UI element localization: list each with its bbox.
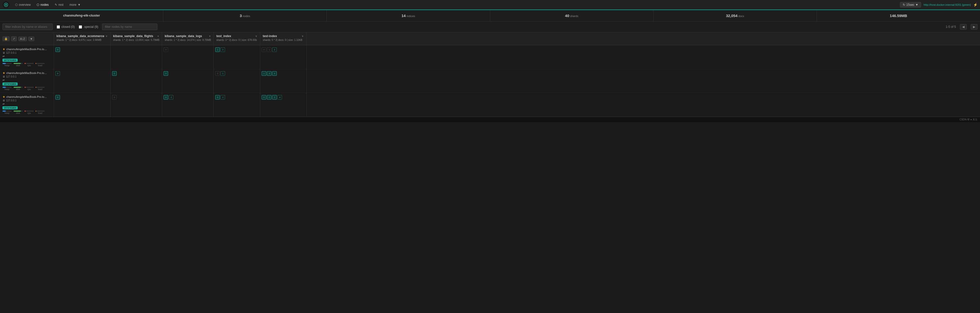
node-master-star: ★ (3, 95, 5, 99)
sort-arrow-icon: ▼ (255, 35, 258, 38)
shard-box[interactable]: 2 (169, 95, 173, 100)
shard-box[interactable]: 0 (112, 71, 117, 76)
shard-box[interactable]: 4 (277, 95, 282, 100)
sort-button[interactable]: A↕Z (18, 37, 27, 41)
special-checkbox[interactable] (79, 25, 82, 29)
lightning-icon[interactable]: ⚡ (973, 3, 977, 7)
col-header-ecommerce[interactable]: kibana_sample_data_ecommerce ▼ shards: 1… (54, 32, 110, 45)
stat-size: 146.59MB (817, 10, 980, 21)
index-column-test-index2: test-index ▼ shards: 5 * 2| docs: 0 | si… (260, 32, 307, 117)
stat-indices: 14 indices (327, 10, 490, 21)
shard-box[interactable]: 0 (56, 95, 60, 100)
filter-button[interactable]: ▼ (29, 37, 35, 41)
node-id-badge: 1073741824 (3, 106, 18, 110)
shard-cell: 0 (54, 69, 110, 93)
stat-nodes: 3 nodes (163, 10, 327, 21)
filter-bar: closed (0) .special (9) 1-5 of 5 ◀ ▶ (0, 22, 980, 32)
sort-arrow-icon: ▼ (301, 35, 304, 38)
nav-nodes[interactable]: ⬡ nodes (34, 2, 51, 8)
node-icon-sym: ⇄ (3, 79, 5, 81)
node-master-star: ★ (3, 48, 5, 51)
shard-cell: 1 3 4 (260, 69, 306, 93)
shard-box[interactable]: 0 (164, 48, 168, 52)
shard-cell (111, 45, 162, 69)
special-checkbox-label[interactable]: .special (9) (79, 25, 99, 29)
node-row: ★ chanmufengdeMacBook-Pro.loc... 🖥 127.0… (0, 69, 54, 93)
shard-cell: 0 (54, 45, 110, 69)
shard-box[interactable]: 2 (272, 48, 277, 52)
cluster-url[interactable]: http://host.docker.internal:9201 [green] (924, 3, 971, 6)
nav-rest[interactable]: ✎ rest (52, 2, 66, 8)
empty-column (307, 32, 980, 117)
shard-box[interactable]: 1 (267, 48, 272, 52)
nav-overview[interactable]: ⬡ overview (13, 2, 33, 8)
metric-heap: heap (3, 63, 11, 67)
shard-box[interactable]: 0 (56, 71, 60, 76)
shard-box[interactable]: 2 (221, 95, 225, 100)
shard-box[interactable]: 0 (164, 71, 168, 76)
shard-box[interactable]: 0 (164, 95, 168, 100)
shard-box[interactable]: 0 (56, 48, 60, 52)
expand-button[interactable]: ⤢ (11, 37, 17, 41)
svg-point-1 (5, 4, 6, 5)
pagination-prev[interactable]: ◀ (960, 24, 967, 30)
index-column-test-index: test_index ▼ shards: 3 * 2| docs: 0 | si… (214, 32, 260, 117)
pagination-info: 1-5 of 5 (946, 25, 956, 29)
closed-checkbox-label[interactable]: closed (0) (57, 25, 75, 29)
indices-section: kibana_sample_data_ecommerce ▼ shards: 1… (54, 32, 980, 117)
refresh-button[interactable]: ↻ 15sec ▼ (900, 2, 921, 8)
shard-cell: 0 2 (214, 93, 260, 117)
filter-nodes-input[interactable] (102, 24, 158, 30)
lock-button[interactable]: 🔒 (3, 37, 10, 41)
shard-box[interactable]: 0 (215, 95, 220, 100)
nav-more[interactable]: more ▼ (67, 2, 83, 8)
shard-box[interactable]: 3 (267, 71, 272, 76)
shard-box[interactable]: 0 (112, 95, 117, 100)
stat-shards: 40 shards (490, 10, 654, 21)
metric-cpu: cpu (25, 63, 33, 67)
filter-indices-input[interactable] (3, 24, 52, 30)
sort-arrow-icon: ▼ (208, 35, 211, 38)
node-master-star: ★ (3, 71, 5, 75)
node-disk-icon: 🖥 (3, 51, 5, 54)
shard-box[interactable]: 1 (262, 71, 266, 76)
shard-box[interactable]: 0 (262, 48, 266, 52)
metric-disk: disk (14, 111, 22, 114)
col-header-test-index[interactable]: test_index ▼ shards: 3 * 2| docs: 0 | si… (214, 32, 260, 45)
rest-icon: ✎ (55, 3, 57, 6)
closed-checkbox[interactable] (57, 25, 60, 29)
node-icon-sym: ⇄ (3, 103, 5, 105)
nodes-section: 🔒 ⤢ A↕Z ▼ ★ chanmufengdeMacBook-Pro.loc.… (0, 32, 54, 117)
metric-load: load (36, 111, 45, 114)
refresh-dropdown-icon: ▼ (915, 3, 918, 6)
shard-cell: 0 2 3 4 (260, 93, 306, 117)
shard-box[interactable]: 2 (267, 95, 272, 100)
shard-box[interactable]: 0 (262, 95, 266, 100)
more-dropdown-icon: ▼ (78, 3, 81, 6)
pagination-next[interactable]: ▶ (971, 24, 977, 30)
shard-cell: 0 (162, 45, 213, 69)
shard-box[interactable]: 4 (272, 71, 277, 76)
index-column-logs: kibana_sample_data_logs ▼ shards: 1 * 2|… (162, 32, 214, 117)
shard-box[interactable]: 2 (221, 48, 225, 52)
shard-cell: 0 2 (162, 93, 213, 117)
shard-box[interactable]: 1 (215, 48, 220, 52)
app-logo[interactable] (3, 1, 10, 8)
col-header-test-index2[interactable]: test-index ▼ shards: 5 * 2| docs: 0 | si… (260, 32, 306, 45)
shard-box[interactable]: 0 (215, 71, 220, 76)
shard-cell: 0 (54, 93, 110, 117)
node-id-badge: 1073741824 (3, 83, 18, 86)
shard-box[interactable]: 3 (272, 95, 277, 100)
index-column-ecommerce: kibana_sample_data_ecommerce ▼ shards: 1… (54, 32, 111, 117)
col-header-flights[interactable]: kibana_sample_data_flights ▼ shards: 1 *… (111, 32, 162, 45)
metric-disk: disk (14, 63, 22, 67)
empty-col-header (307, 32, 980, 45)
metric-disk: disk (14, 87, 22, 91)
col-header-logs[interactable]: kibana_sample_data_logs ▼ shards: 1 * 2|… (162, 32, 213, 45)
shard-box[interactable]: 1 (221, 71, 225, 76)
overview-icon: ⬡ (15, 3, 18, 6)
index-column-flights: kibana_sample_data_flights ▼ shards: 1 *… (111, 32, 162, 117)
shard-cell: 0 (162, 69, 213, 93)
top-nav: ⬡ overview ⬡ nodes ✎ rest more ▼ ↻ 15sec… (0, 0, 980, 10)
empty-cell (307, 69, 980, 93)
